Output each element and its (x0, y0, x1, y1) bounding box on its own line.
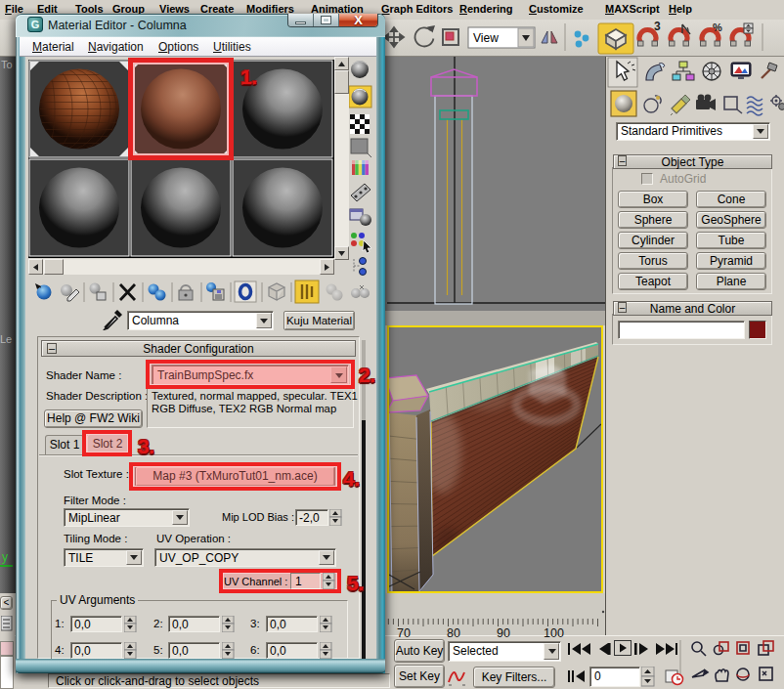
svg-text:%: % (713, 22, 722, 33)
svg-text:3: 3 (654, 22, 661, 33)
svg-text:View: View (473, 31, 499, 45)
